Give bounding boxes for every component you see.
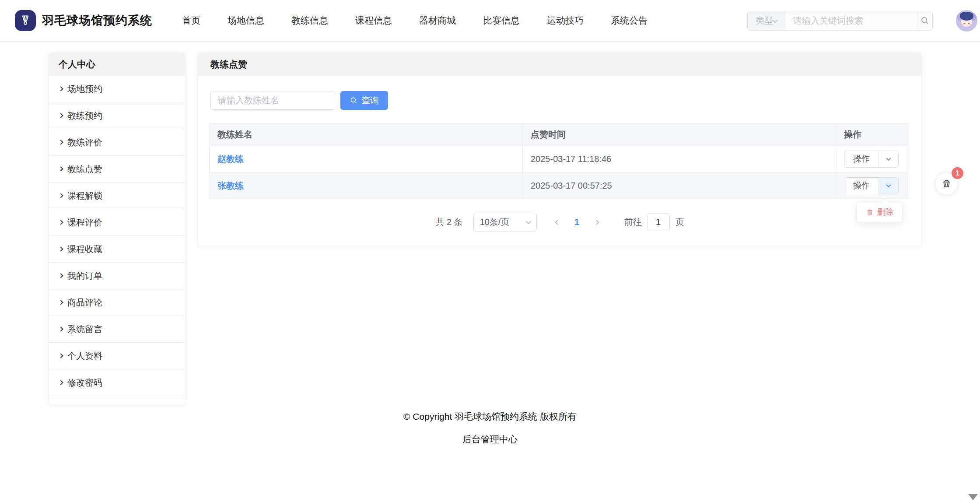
sidebar-item-coach-likes[interactable]: 教练点赞 xyxy=(49,156,185,183)
sidebar-item-label: 修改密码 xyxy=(67,377,102,389)
pagination-total: 共 2 条 xyxy=(435,216,462,228)
cart-icon xyxy=(941,178,952,189)
sidebar-item-label: 个人资料 xyxy=(67,350,102,362)
avatar-art xyxy=(963,22,966,24)
like-time-cell: 2025-03-17 11:18:46 xyxy=(531,154,611,164)
column-header-coach-name: 教练姓名 xyxy=(210,123,523,145)
coach-name-link[interactable]: 赵教练 xyxy=(217,153,244,165)
nav-item-venue-info[interactable]: 场地信息 xyxy=(228,14,264,27)
delete-menu-label: 删除 xyxy=(877,207,894,218)
global-search-bar: 类型 xyxy=(747,11,933,31)
chevron-right-icon xyxy=(58,353,63,358)
chevron-right-icon xyxy=(58,326,63,331)
sidebar-item-label: 系统留言 xyxy=(67,323,102,335)
sidebar-item-course-review[interactable]: 课程评价 xyxy=(49,209,185,236)
chevron-right-icon xyxy=(58,193,63,198)
sidebar-item-label: 场地预约 xyxy=(67,83,102,95)
table-header-row: 教练姓名 点赞时间 操作 xyxy=(210,123,908,146)
page-size-label: 10条/页 xyxy=(480,216,510,228)
nav-item-coach-info[interactable]: 教练信息 xyxy=(291,14,328,27)
nav-item-course-info[interactable]: 课程信息 xyxy=(355,14,392,27)
search-type-label: 类型 xyxy=(756,15,773,27)
column-header-like-time: 点赞时间 xyxy=(523,123,836,145)
action-button[interactable]: 操作 xyxy=(844,151,879,167)
sidebar-item-course-favorites[interactable]: 课程收藏 xyxy=(49,236,185,263)
chevron-right-icon xyxy=(58,113,63,118)
coach-likes-panel: 教练点赞 查询 教练姓名 点赞时间 操作 赵教练 2025-03-17 11:1… xyxy=(198,53,922,246)
coach-name-link[interactable]: 张教练 xyxy=(217,180,244,192)
action-split-button: 操作 xyxy=(844,177,899,194)
chevron-right-icon xyxy=(58,140,63,144)
sidebar-item-label: 课程评价 xyxy=(67,217,102,228)
chevron-down-icon xyxy=(772,17,778,23)
action-dropdown-menu: 删除 xyxy=(857,202,903,223)
chevron-left-icon xyxy=(555,220,560,225)
page-jump-input[interactable] xyxy=(647,213,670,231)
table-row: 张教练 2025-03-17 00:57:25 操作 xyxy=(210,172,908,199)
sidebar-item-course-unlock[interactable]: 课程解锁 xyxy=(49,183,185,209)
search-type-select[interactable]: 类型 xyxy=(748,11,785,30)
action-split-button: 操作 xyxy=(844,151,899,168)
avatar-art xyxy=(968,22,970,24)
page-size-select[interactable]: 10条/页 xyxy=(473,213,537,232)
chevron-right-icon xyxy=(58,380,63,385)
avatar-art xyxy=(962,24,964,25)
delete-menu-item[interactable]: 删除 xyxy=(866,207,894,218)
nav-item-system-notice[interactable]: 系统公告 xyxy=(611,14,648,27)
like-time-cell: 2025-03-17 00:57:25 xyxy=(531,181,612,191)
sidebar-item-coach-review[interactable]: 教练评价 xyxy=(49,129,185,156)
table-row: 赵教练 2025-03-17 11:18:46 操作 xyxy=(210,146,908,172)
panel-title: 教练点赞 xyxy=(198,53,921,76)
sidebar-item-label: 课程解锁 xyxy=(67,190,102,202)
sidebar-item-coach-booking[interactable]: 教练预约 xyxy=(49,102,185,129)
main-nav: 首页 场地信息 教练信息 课程信息 器材商城 比赛信息 运动技巧 系统公告 xyxy=(182,14,648,27)
coach-name-input[interactable] xyxy=(210,91,335,110)
pagination: 共 2 条 10条/页 1 前往 页 xyxy=(198,213,921,232)
chevron-right-icon xyxy=(58,220,63,225)
nav-item-match-info[interactable]: 比赛信息 xyxy=(483,14,520,27)
user-avatar[interactable] xyxy=(956,10,977,32)
admin-center-link[interactable]: 后台管理中心 xyxy=(462,433,518,446)
prev-page-button[interactable] xyxy=(547,221,567,224)
scroll-down-indicator[interactable] xyxy=(968,494,978,500)
pager: 1 xyxy=(547,217,607,227)
sidebar-item-label: 教练预约 xyxy=(67,110,102,122)
nav-item-equipment-mall[interactable]: 器材商城 xyxy=(419,14,456,27)
global-search-button[interactable] xyxy=(917,11,932,30)
sidebar-item-venue-booking[interactable]: 场地预约 xyxy=(49,76,185,102)
page-number-button[interactable]: 1 xyxy=(567,217,587,227)
personal-center-sidebar: 个人中心 场地预约 教练预约 教练评价 教练点赞 课程解锁 课程评价 课程收藏 … xyxy=(49,53,186,405)
copyright-text: © Copyright 羽毛球场馆预约系统 版权所有 xyxy=(0,411,980,423)
cart-badge: 1 xyxy=(952,167,963,179)
chevron-right-icon xyxy=(58,86,63,91)
query-button[interactable]: 查询 xyxy=(340,91,388,110)
chevron-down-icon xyxy=(886,183,891,187)
sidebar-item-change-password[interactable]: 修改密码 xyxy=(49,369,185,396)
action-dropdown-toggle[interactable] xyxy=(879,151,898,167)
avatar-art xyxy=(960,12,973,21)
top-navigation-bar: 羽毛球场馆预约系统 首页 场地信息 教练信息 课程信息 器材商城 比赛信息 运动… xyxy=(0,0,980,42)
jump-suffix-label: 页 xyxy=(676,216,684,228)
next-page-button[interactable] xyxy=(587,221,607,224)
trash-icon xyxy=(866,208,874,216)
action-dropdown-toggle[interactable] xyxy=(879,178,898,194)
keyword-search-input[interactable] xyxy=(785,11,917,30)
sidebar-item-profile[interactable]: 个人资料 xyxy=(49,343,185,369)
sidebar-item-label: 教练点赞 xyxy=(67,163,102,175)
sidebar-item-label: 我的订单 xyxy=(67,270,102,282)
sidebar-item-my-orders[interactable]: 我的订单 xyxy=(49,263,185,289)
brand[interactable]: 羽毛球场馆预约系统 xyxy=(15,10,152,31)
coach-likes-table: 教练姓名 点赞时间 操作 赵教练 2025-03-17 11:18:46 操作 … xyxy=(209,123,908,199)
chevron-right-icon xyxy=(58,300,63,305)
action-button[interactable]: 操作 xyxy=(844,178,879,194)
chevron-down-icon xyxy=(886,156,891,161)
chevron-right-icon xyxy=(58,273,63,278)
jump-prefix-label: 前往 xyxy=(624,216,642,228)
sidebar-item-system-messages[interactable]: 系统留言 xyxy=(49,316,185,343)
chevron-right-icon xyxy=(594,220,599,225)
cart-button[interactable]: 1 xyxy=(935,172,958,195)
avatar-art xyxy=(969,24,971,25)
nav-item-home[interactable]: 首页 xyxy=(182,14,200,27)
nav-item-sports-tips[interactable]: 运动技巧 xyxy=(547,14,584,27)
sidebar-item-product-comments[interactable]: 商品评论 xyxy=(49,289,185,316)
